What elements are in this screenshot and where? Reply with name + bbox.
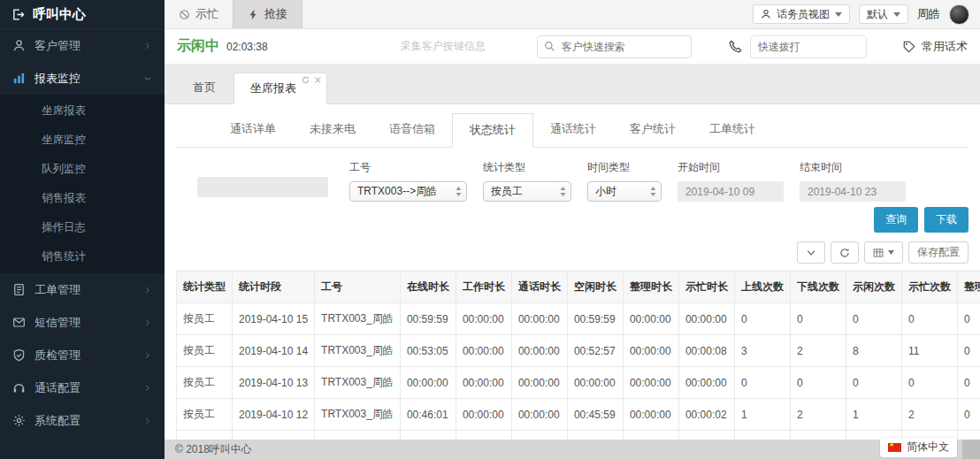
collapse-button[interactable]	[797, 241, 825, 264]
sidebar-subitem-4[interactable]: 操作日志	[0, 213, 165, 242]
table-row[interactable]: 按员工2019-04-10 14TRTX003_周皓00:53:0500:00:…	[177, 335, 980, 367]
tab-agent-report-label: 坐席报表	[250, 81, 296, 95]
table-cell: 00:00:00	[623, 335, 678, 367]
table-cell: 0	[901, 367, 957, 399]
table-row[interactable]: 按员工2019-04-10 13TRTX003_周皓00:00:0000:00:…	[177, 367, 980, 399]
table-cell: 2	[901, 399, 957, 431]
tab-agent-report[interactable]: 坐席报表	[234, 73, 327, 104]
table-cell: 00:00:00	[678, 303, 734, 335]
table-cell: 0	[790, 431, 846, 440]
columns-button[interactable]	[864, 241, 903, 264]
table-cell: 0	[957, 303, 980, 335]
copyright: © 2018呼叫中心	[175, 442, 252, 457]
time-type-select[interactable]: 小时	[587, 181, 662, 202]
quality-icon	[12, 348, 26, 362]
columns-grid-icon	[873, 248, 884, 258]
sidebar-subitem-1[interactable]: 坐席监控	[0, 126, 165, 155]
save-config-button[interactable]: 保存配置	[908, 241, 969, 264]
status-badge: 示闲中	[177, 37, 219, 56]
subtab-0[interactable]: 通话详单	[213, 113, 293, 147]
refresh-icon	[839, 248, 850, 258]
table-cell: 0	[846, 367, 901, 399]
column-header: 在线时长	[400, 272, 456, 303]
sidebar-item-label: 工单管理	[34, 282, 80, 298]
show-busy-label: 示忙	[195, 6, 218, 22]
table-cell: 00:45:59	[567, 399, 623, 431]
table-cell: 2019-04-10 14	[233, 335, 315, 367]
quick-dial-input[interactable]	[750, 35, 867, 58]
table-cell: 00:00:08	[678, 335, 734, 367]
sidebar: 呼叫中心 客户管理 报表监控 坐席报表坐席监控队列监控销售报表操作日志销售统计	[0, 0, 165, 459]
table-cell: TRTX003_周皓	[315, 367, 401, 399]
preset-value: 默认	[867, 7, 888, 22]
sidebar-item-quality-mgmt[interactable]: 质检管理	[0, 339, 165, 371]
sidebar-subitem-2[interactable]: 队列监控	[0, 155, 165, 184]
common-scripts-button[interactable]: 常用话术	[903, 39, 968, 55]
status-timer: 02:03:38	[226, 41, 268, 53]
table-cell: 00:00:00	[456, 303, 511, 335]
filter-label: 统计类型	[483, 160, 571, 175]
table-cell: 00:52:57	[567, 335, 623, 367]
table-cell: 0	[790, 367, 846, 399]
grab-call-button[interactable]: 抢接	[233, 0, 302, 28]
sidebar-item-workorder-mgmt[interactable]: 工单管理	[0, 273, 165, 306]
download-button[interactable]: 下载	[924, 207, 969, 233]
avatar[interactable]	[949, 4, 969, 25]
show-busy-button[interactable]: 示忙	[165, 0, 233, 28]
table-cell: 按员工	[177, 431, 233, 440]
table-row[interactable]: 按员工2019-04-10 15TRTX003_周皓00:59:5900:00:…	[177, 303, 980, 335]
column-header: 整理次数	[957, 272, 980, 303]
language-button[interactable]: 简体中文	[880, 438, 957, 457]
query-button[interactable]: 查询	[874, 207, 918, 233]
subtab-6[interactable]: 工单统计	[693, 113, 772, 147]
caret-down-icon	[835, 12, 842, 17]
refresh-tab-icon[interactable]	[302, 76, 310, 84]
select-spinner-icon	[650, 187, 656, 196]
subtab-4[interactable]: 通话统计	[533, 113, 613, 147]
start-time-input[interactable]	[678, 181, 784, 202]
table-row[interactable]: 按员工2019-04-10 12TRTX003_周皓00:46:0100:00:…	[177, 399, 980, 431]
call-center-app: 呼叫中心 客户管理 报表监控 坐席报表坐席监控队列监控销售报表操作日志销售统计	[0, 0, 980, 459]
sidebar-item-system-config[interactable]: 系统配置	[0, 404, 165, 437]
stat-type-select[interactable]: 按员工	[483, 181, 571, 202]
close-tab-icon[interactable]	[314, 76, 322, 84]
table-cell: 00:00:00	[456, 399, 511, 431]
table-cell: 2	[790, 335, 846, 367]
table-cell: 00:51:10	[567, 431, 623, 440]
sidebar-item-report-monitor[interactable]: 报表监控	[0, 62, 165, 95]
chevron-right-icon	[143, 42, 152, 50]
column-header: 整理时长	[623, 272, 678, 303]
table-cell: 00:00:00	[511, 335, 567, 367]
collect-keys-hint: 采集客户按键信息	[401, 39, 486, 54]
subtab-5[interactable]: 客户统计	[613, 113, 693, 147]
customer-search-input[interactable]	[537, 35, 692, 58]
end-time-input[interactable]	[800, 181, 906, 202]
table-cell: 按员工	[177, 399, 233, 431]
preset-select[interactable]: 默认	[859, 4, 908, 24]
table-cell: 00:00:00	[456, 335, 511, 367]
username: 周皓	[917, 6, 940, 22]
column-header: 示忙次数	[901, 272, 957, 303]
sidebar-item-call-config[interactable]: 通话配置	[0, 371, 165, 404]
agent-view-select[interactable]: 话务员视图	[753, 4, 850, 24]
table-cell: 2019-04-10 11	[233, 431, 315, 440]
sidebar-subitem-3[interactable]: 销售报表	[0, 184, 165, 213]
subtab-2[interactable]: 语音信箱	[372, 113, 452, 147]
table-cell: 0	[957, 399, 980, 431]
sidebar-subitem-0[interactable]: 坐席报表	[0, 96, 165, 126]
refresh-button[interactable]	[831, 241, 859, 264]
sidebar-subitem-5[interactable]: 销售统计	[0, 242, 165, 272]
subtab-1[interactable]: 未接来电	[293, 113, 372, 147]
tab-home[interactable]: 首页	[175, 73, 234, 103]
table-cell: 1	[846, 399, 901, 431]
app-logo-icon	[11, 8, 25, 21]
sidebar-item-label: 客户管理	[34, 38, 80, 54]
grab-call-label: 抢接	[264, 6, 287, 22]
sidebar-item-customer-mgmt[interactable]: 客户管理	[0, 29, 165, 62]
table-cell: 0	[790, 303, 846, 335]
subtab-3[interactable]: 状态统计	[452, 113, 533, 148]
column-header: 通话时长	[511, 272, 567, 303]
table-row[interactable]: 按员工2019-04-10 11TRTX003_周皓00:51:1400:00:…	[177, 431, 980, 440]
job-number-select[interactable]: TRTX003-->周皓	[349, 181, 467, 202]
sidebar-item-sms-mgmt[interactable]: 短信管理	[0, 306, 165, 339]
